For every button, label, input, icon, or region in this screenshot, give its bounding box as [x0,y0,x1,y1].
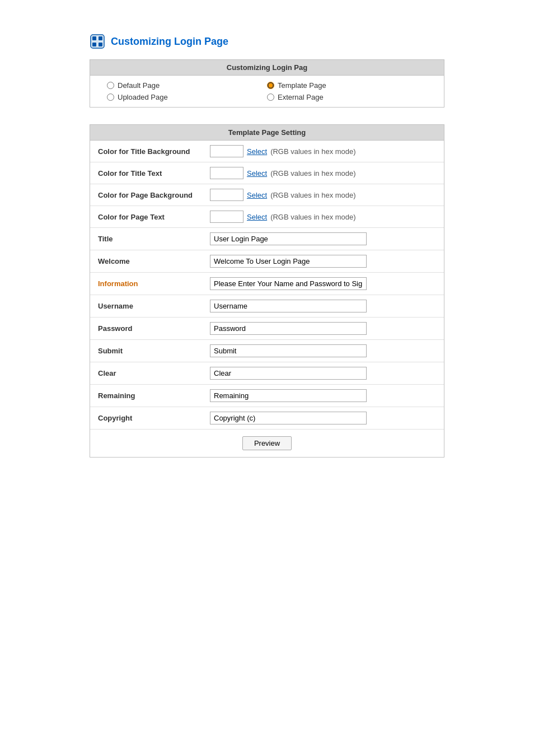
radio-item-uploaded[interactable]: Uploaded Page [107,93,267,101]
copyright-input-cell [202,407,444,430]
preview-cell: Preview [90,430,444,458]
color-page-text-row: Color for Page Text Select (RGB values i… [90,206,444,228]
color-title-text-select[interactable]: Select [247,169,267,178]
svg-rect-2 [92,36,96,40]
color-title-text-label: Color for Title Text [90,162,202,184]
color-page-bg-label: Color for Page Background [90,184,202,206]
color-page-text-hint: (RGB values in hex mode) [270,213,355,221]
username-row: Username [90,295,444,318]
clear-row: Clear [90,362,444,385]
color-page-bg-swatch[interactable] [210,189,243,201]
svg-rect-4 [92,43,96,46]
radio-item-default[interactable]: Default Page [107,81,267,90]
title-row: Title [90,228,444,250]
radio-item-external[interactable]: External Page [267,93,427,101]
welcome-input[interactable] [210,255,367,268]
information-row: Information [90,273,444,295]
color-page-bg-select[interactable]: Select [247,191,267,199]
welcome-input-cell [202,250,444,273]
clear-input-cell [202,362,444,385]
color-title-bg-hint: (RGB values in hex mode) [270,147,355,156]
color-page-bg-hint: (RGB values in hex mode) [270,191,355,199]
remaining-label: Remaining [90,385,202,407]
color-title-text-hint: (RGB values in hex mode) [270,169,355,178]
username-input-cell [202,295,444,318]
color-title-bg-control: Select (RGB values in hex mode) [202,141,444,162]
clear-input[interactable] [210,367,367,380]
welcome-row: Welcome [90,250,444,273]
color-title-bg-label: Color for Title Background [90,141,202,162]
remaining-row: Remaining [90,385,444,407]
title-label: Title [90,228,202,250]
color-page-bg-row: Color for Page Background Select (RGB va… [90,184,444,206]
information-input[interactable] [210,277,367,290]
color-page-bg-control: Select (RGB values in hex mode) [202,184,444,206]
submit-input[interactable] [210,344,367,357]
color-page-text-label: Color for Page Text [90,206,202,228]
page-type-section: Customizing Login Pag Default Page Templ… [90,59,444,108]
password-input-cell [202,318,444,340]
svg-rect-3 [99,36,102,40]
information-label: Information [90,273,202,295]
radio-template-label: Template Page [278,81,326,90]
copyright-label: Copyright [90,407,202,430]
page-title-section: Customizing Login Page [90,34,512,49]
copyright-input[interactable] [210,412,367,424]
submit-label: Submit [90,340,202,362]
radio-default-page[interactable] [107,82,114,89]
password-row: Password [90,318,444,340]
remaining-input-cell [202,385,444,407]
radio-external-page[interactable] [267,94,274,101]
page-title-text: Customizing Login Page [111,36,228,48]
radio-template-page[interactable] [267,82,274,89]
color-page-text-swatch[interactable] [210,211,243,223]
radio-grid: Default Page Template Page Uploaded Page… [90,76,444,107]
clear-label: Clear [90,362,202,385]
remaining-input[interactable] [210,389,367,402]
page-type-header: Customizing Login Pag [90,60,444,76]
template-form-table: Color for Title Background Select (RGB v… [90,141,444,457]
color-title-bg-row: Color for Title Background Select (RGB v… [90,141,444,162]
color-page-text-control: Select (RGB values in hex mode) [202,206,444,228]
information-input-cell [202,273,444,295]
color-title-text-swatch[interactable] [210,167,243,179]
color-title-text-row: Color for Title Text Select (RGB values … [90,162,444,184]
color-title-bg-select[interactable]: Select [247,147,267,156]
radio-default-label: Default Page [118,81,160,90]
password-input[interactable] [210,322,367,335]
password-label: Password [90,318,202,340]
color-title-text-control: Select (RGB values in hex mode) [202,162,444,184]
template-header: Template Page Setting [90,125,444,141]
color-page-text-select[interactable]: Select [247,213,267,221]
preview-row: Preview [90,430,444,458]
preview-button[interactable]: Preview [242,436,292,450]
radio-uploaded-label: Uploaded Page [118,93,168,101]
radio-external-label: External Page [278,93,324,101]
radio-item-template[interactable]: Template Page [267,81,427,90]
welcome-label: Welcome [90,250,202,273]
title-input-cell [202,228,444,250]
username-label: Username [90,295,202,318]
copyright-row: Copyright [90,407,444,430]
color-title-bg-swatch[interactable] [210,145,243,157]
submit-row: Submit [90,340,444,362]
grid-icon [90,34,105,49]
template-section: Template Page Setting Color for Title Ba… [90,124,444,458]
svg-rect-5 [99,43,102,46]
radio-uploaded-page[interactable] [107,94,114,101]
title-input[interactable] [210,232,367,245]
username-input[interactable] [210,300,367,312]
submit-input-cell [202,340,444,362]
